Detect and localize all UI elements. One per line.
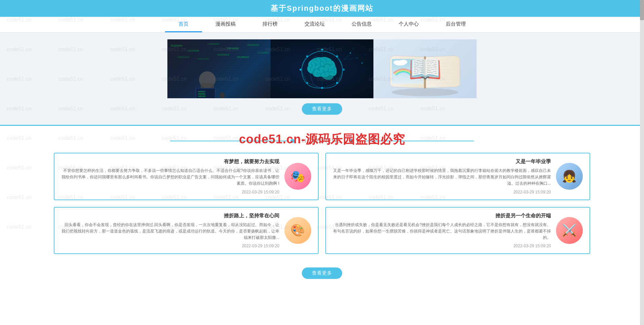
svg-text:11001100: 11001100 [198,96,205,97]
svg-line-35 [300,56,307,70]
news-thumb-2: 👧 [556,163,583,190]
hero-image-book [373,39,477,98]
news-title-1: 有梦想，就要努力去实现 [61,158,279,165]
news-content-2: 又是一年毕业季 又是一年毕业季，感慨万千，还记的自己刚进学校那时候的情景，我拖着… [333,158,551,194]
news-card-1[interactable]: 有梦想，就要努力去实现 不管你想要怎样的生活，你都要去努力争取，不多说一些事情怎… [54,153,319,200]
news-thumb-3: 🎨 [284,217,311,244]
nav-item-ranking[interactable]: 排行榜 [249,17,291,32]
news-section: 有梦想，就要努力去实现 不管你想要怎样的生活，你都要去努力争取，不多说一些事情怎… [0,153,644,261]
thumb-emoji-4: ⚔️ [562,223,577,237]
svg-point-22 [336,55,338,57]
nav-item-profile[interactable]: 个人中心 [385,17,432,32]
thumb-emoji-2: 👧 [562,170,577,183]
svg-point-20 [302,48,342,88]
hero-view-more-button[interactable]: 查看更多 [302,103,342,115]
svg-text:01001011: 01001011 [198,91,205,93]
svg-text:11110000: 11110000 [257,51,269,54]
news-title-4: 挫折是另一个生命的开端 [333,213,551,219]
scrollbar-thumb[interactable] [640,0,644,20]
svg-line-36 [307,50,322,57]
news-title-2: 又是一年毕业季 [333,158,551,165]
scrollbar[interactable] [640,0,644,289]
svg-rect-47 [424,56,426,88]
svg-text:10110100: 10110100 [187,49,199,52]
bottom-btn-wrap: 查看更多 [0,261,644,289]
svg-text:01010101: 01010101 [227,47,239,50]
svg-text:01101001: 01101001 [171,44,183,47]
svg-text:10101010: 10101010 [217,53,229,56]
svg-point-23 [343,69,345,71]
svg-line-29 [322,50,337,57]
hero-view-more-wrap: 查看更多 [302,103,342,115]
svg-point-42 [365,54,366,55]
hero-section: 01101001 10110100 11001010 01010101 1010… [0,33,644,125]
svg-point-50 [400,60,408,64]
thumb-emoji-3: 🎨 [290,223,305,237]
news-content-3: 挫折路上，坚持常在心间 回头看看，你会不会发现，曾经的你在这里摔倒过.回头看啊，… [61,213,279,249]
hero-image-brain [271,39,374,98]
news-excerpt-3: 回头看看，你会不会发现，曾经的你在这里摔倒过.回头看啊，你是否发现，一次次地重复… [61,222,279,241]
nav-item-forum[interactable]: 交流论坛 [291,17,338,32]
svg-point-51 [394,60,400,64]
thumb-emoji-1: 🎭 [290,170,305,183]
svg-point-26 [306,82,308,84]
news-date-3: 2022-03-29 15:09:20 [61,244,279,248]
news-title-3: 挫折路上，坚持常在心间 [61,213,279,219]
hero-image-gallery: 01101001 10110100 11001010 01010101 1010… [167,39,477,98]
news-excerpt-4: 当遇到挫折或失败，你是看见失败还是看见机会?挫折是我们每个人成长的必经之路，它不… [333,222,551,241]
sep-dot-left [290,139,294,143]
section-header: HOME NEWS code51.cn-源码乐园盗图必究 [0,126,644,153]
svg-text:11001010: 11001010 [207,42,219,45]
svg-text:10110101: 10110101 [198,93,205,95]
svg-point-24 [336,82,338,84]
news-date-1: 2022-03-29 15:09:20 [61,190,279,194]
news-thumb-4: ⚔️ [556,217,583,244]
news-date-4: 2022-03-29 15:09:20 [333,244,551,248]
sep-line-right [356,141,474,141]
hero-image-hacker: 01101001 10110100 11001010 01010101 1010… [167,39,271,98]
svg-line-45 [344,48,354,60]
svg-point-46 [392,88,458,96]
nav-item-home[interactable]: 首页 [165,17,202,32]
news-content-1: 有梦想，就要努力去实现 不管你想要怎样的生活，你都要去努力争取，不多说一些事情怎… [61,158,279,194]
nav-bar: 首页 漫画投稿 排行榜 交流论坛 公告信息 个人中心 后台管理 [0,17,644,33]
svg-point-41 [361,62,363,64]
site-title-bar: 基于Springboot的漫画网站 [0,0,644,17]
news-excerpt-2: 又是一年毕业季，感慨万千，还记的自己刚进学校那时候的情景，我拖着沉重的行李箱站在… [333,168,551,187]
news-thumb-1: 🎭 [284,163,311,190]
sep-dot-right [350,139,354,143]
news-excerpt-1: 不管你想要怎样的生活，你都要去努力争取，不多说一些事情怎么知道自己适合什么。不适… [61,168,279,187]
bottom-view-more-button[interactable]: 查看更多 [302,267,342,279]
svg-text:01100110: 01100110 [237,56,249,59]
svg-text:11011011: 11011011 [177,56,190,59]
news-card-4[interactable]: 挫折是另一个生命的开端 当遇到挫折或失败，你是看见失败还是看见机会?挫折是我们每… [325,207,590,254]
news-card-3[interactable]: 挫折路上，坚持常在心间 回头看看，你会不会发现，曾经的你在这里摔倒过.回头看啊，… [54,207,319,254]
news-grid: 有梦想，就要努力去实现 不管你想要怎样的生活，你都要去努力争取，不多说一些事情怎… [54,153,590,254]
nav-item-submit[interactable]: 漫画投稿 [202,17,249,32]
svg-text:01001100: 01001100 [197,57,209,60]
svg-text:10100101: 10100101 [247,43,259,46]
svg-point-28 [306,55,308,57]
svg-line-30 [337,56,344,70]
news-date-2: 2022-03-29 15:09:20 [333,190,551,194]
sep-line-left [170,141,288,141]
news-content-4: 挫折是另一个生命的开端 当遇到挫折或失败，你是看见失败还是看见机会?挫折是我们每… [333,213,551,249]
news-card-2[interactable]: 又是一年毕业季 又是一年毕业季，感慨万千，还记的自己刚进学校那时候的情景，我拖着… [325,153,590,200]
svg-point-21 [321,49,323,51]
nav-item-notice[interactable]: 公告信息 [338,17,385,32]
section-title: HOME NEWS [302,138,342,144]
site-title: 基于Springboot的漫画网站 [271,4,373,12]
nav-item-admin[interactable]: 后台管理 [432,17,479,32]
